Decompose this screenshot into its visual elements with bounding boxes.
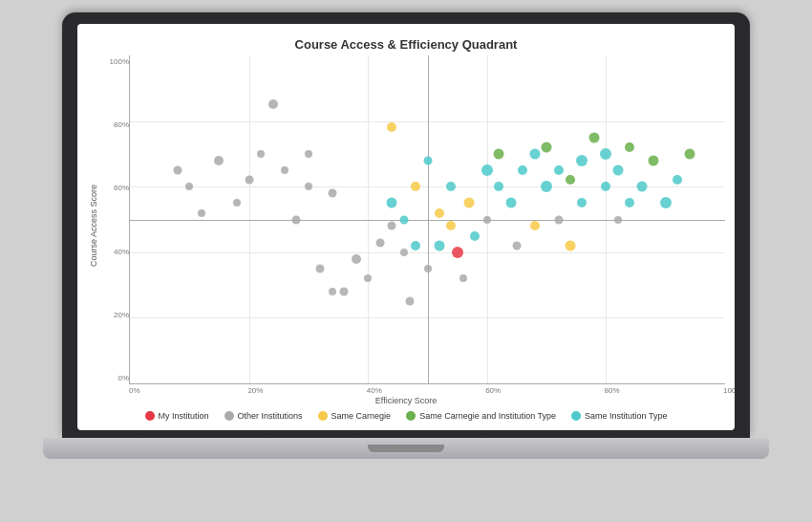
chart-area: Course Access Score 100%80%60%40%20%0% 0… [87, 55, 725, 421]
legend-item: Same Carnegie and Institution Type [406, 411, 556, 421]
scatter-dot [233, 199, 241, 207]
scatter-dot [411, 182, 420, 191]
scatter-dot [554, 165, 564, 175]
scatter-dot [512, 241, 521, 250]
scatter-dot [268, 99, 278, 109]
y-ticks: 100%80%60%40%20%0% [102, 55, 129, 384]
laptop-screen: Course Access & Efficiency Quadrant Cour… [62, 12, 750, 438]
scatter-dot [494, 182, 503, 191]
scatter-dot [612, 165, 623, 176]
plot-box [129, 55, 725, 384]
scatter-dot [566, 175, 575, 185]
laptop-base [43, 438, 769, 459]
y-tick: 60% [114, 184, 129, 192]
legend-label: My Institution [159, 411, 209, 421]
y-tick: 80% [114, 120, 129, 129]
scatter-dot [405, 297, 414, 306]
scatter-dot [305, 150, 312, 158]
y-tick: 100% [110, 57, 129, 66]
scatter-dot [399, 215, 408, 224]
scatter-dot [424, 265, 432, 272]
scatter-dot [542, 142, 552, 153]
scatter-dot [173, 166, 182, 175]
y-tick: 0% [118, 374, 129, 382]
scatter-dot [470, 231, 480, 241]
scatter-dot [434, 240, 444, 250]
scatter-dot [576, 155, 588, 166]
scatter-dot [387, 198, 397, 208]
scatter-dot [530, 221, 540, 230]
scatter-dot [364, 274, 372, 282]
scatter-dot [375, 238, 384, 247]
chart-with-axes: 100%80%60%40%20%0% 0%20%40%60%80%100% [102, 55, 725, 395]
scatter-dot [328, 189, 336, 198]
legend-label: Other Institutions [238, 411, 303, 421]
scatter-dot [387, 122, 396, 132]
laptop-notch [368, 445, 444, 452]
scatter-dot [329, 288, 336, 295]
scatter-dot [435, 208, 444, 218]
scatter-dot [446, 182, 456, 191]
scatter-dot [625, 142, 634, 152]
scatter-dot [340, 287, 349, 295]
scatter-dot [483, 216, 491, 224]
legend-item: Other Institutions [224, 411, 303, 421]
scatter-dot [505, 198, 516, 208]
legend-dot [318, 411, 328, 421]
scatter-dot [529, 148, 540, 159]
legend-label: Same Carnegie and Institution Type [419, 411, 556, 421]
scatter-dot [464, 198, 475, 208]
scatter-dot [452, 247, 463, 258]
scatter-dot [601, 182, 610, 191]
chart-title: Course Access & Efficiency Quadrant [295, 37, 518, 52]
scatter-dot [400, 249, 408, 256]
scatter-dot [411, 241, 420, 250]
scatter-dot [614, 216, 622, 224]
scatter-dot [185, 183, 193, 190]
legend-dot [571, 411, 581, 421]
median-line-v [428, 55, 429, 383]
chart-container: Course Access Score 100%80%60%40%20%0% 0… [87, 55, 725, 395]
scatter-dot [446, 221, 456, 230]
x-ticks: 0%20%40%60%80%100% [102, 386, 725, 395]
scatter-dot [214, 156, 224, 165]
plot-area-row: 100%80%60%40%20%0% [102, 55, 725, 384]
scatter-dot [636, 182, 647, 192]
y-tick: 20% [114, 311, 129, 319]
scatter-dot [566, 240, 576, 250]
scatter-dot [245, 176, 253, 185]
scatter-dot [588, 132, 599, 142]
scatter-dot [281, 166, 288, 174]
legend-label: Same Institution Type [585, 411, 667, 421]
scatter-dot [292, 215, 301, 224]
scatter-dot [673, 175, 682, 185]
scatter-dot [459, 274, 467, 282]
scatter-dot [518, 165, 527, 175]
legend-item: Same Institution Type [571, 411, 667, 421]
scatter-dot [577, 198, 587, 207]
legend-label: Same Carnegie [331, 411, 392, 421]
scatter-dot [257, 150, 265, 158]
legend-dot [145, 411, 155, 421]
scatter-dot [481, 164, 493, 176]
scatter-dot [541, 181, 552, 192]
scatter-dot [423, 156, 432, 164]
x-axis-label: Efficiency Score [375, 396, 437, 405]
scatter-dot [316, 264, 325, 272]
scatter-dot [600, 148, 611, 160]
scatter-dot [388, 222, 396, 230]
y-axis-label: Course Access Score [87, 55, 100, 395]
y-tick: 40% [114, 248, 129, 256]
scatter-dot [494, 148, 504, 159]
laptop-wrapper: Course Access & Efficiency Quadrant Cour… [33, 12, 779, 510]
legend-item: Same Carnegie [318, 411, 392, 421]
legend-area: My InstitutionOther InstitutionsSame Car… [136, 411, 677, 421]
legend-item: My Institution [145, 411, 209, 421]
scatter-dot [649, 155, 659, 165]
scatter-dot [684, 148, 694, 159]
scatter-dot [352, 254, 361, 264]
scatter-dot [198, 209, 205, 217]
scatter-dot [660, 197, 672, 208]
scatter-dot [625, 198, 634, 207]
legend-dot [224, 411, 234, 421]
